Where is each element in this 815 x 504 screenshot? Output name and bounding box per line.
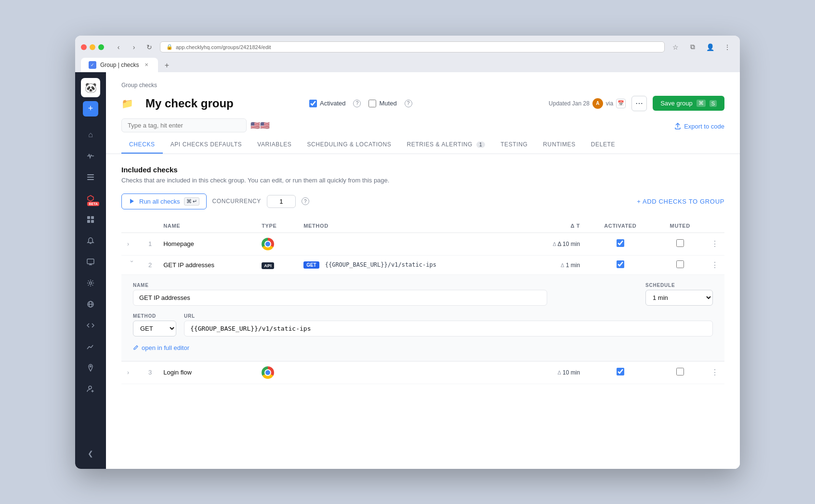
row-more-button[interactable]: ⋮ — [711, 261, 719, 269]
activated-checkbox[interactable] — [309, 100, 317, 107]
tab-testing[interactable]: TESTING — [493, 136, 535, 154]
tab-variables[interactable]: VARIABLES — [250, 136, 299, 154]
expanded-content: NAME SCHEDULE 1 min — [121, 275, 724, 361]
svg-rect-1 — [87, 177, 94, 178]
add-checks-button[interactable]: + ADD CHECKS TO GROUP — [637, 198, 724, 205]
svg-point-14 — [90, 365, 92, 367]
row-number: 1 — [148, 240, 152, 247]
flag-icons: 🇺🇸🇺🇸 — [250, 121, 270, 130]
row-expand-button[interactable]: › — [129, 260, 135, 270]
row-expand-button[interactable]: › — [127, 369, 129, 376]
row-expand-button[interactable]: › — [127, 241, 129, 247]
maximize-button[interactable] — [98, 44, 104, 50]
url-field-label: URL — [184, 313, 713, 319]
concurrency-input[interactable] — [267, 195, 296, 208]
sidebar-item-list[interactable] — [81, 168, 100, 187]
tag-input[interactable] — [121, 118, 247, 132]
sidebar-item-chart[interactable] — [81, 337, 100, 356]
sidebar-item-code[interactable] — [81, 316, 100, 335]
muted-check-checkbox[interactable] — [676, 239, 684, 247]
concurrency-info-icon[interactable]: ? — [302, 197, 309, 205]
tab-scheduling[interactable]: SCHEDULING & LOCATIONS — [299, 136, 399, 154]
tab-retries[interactable]: RETRIES & ALERTING 1 — [399, 136, 493, 154]
muted-check-checkbox[interactable] — [676, 260, 684, 268]
sidebar-item-user-add[interactable] — [81, 379, 100, 399]
close-button[interactable] — [81, 44, 87, 50]
section-title: Included checks — [121, 166, 724, 174]
sidebar-add-button[interactable]: + — [83, 101, 98, 116]
svg-point-10 — [90, 282, 92, 284]
sidebar-item-pulse[interactable] — [81, 146, 100, 166]
browser-type-icon — [262, 238, 274, 250]
open-full-editor-link[interactable]: open in full editor — [133, 344, 713, 351]
main-content: Group checks 📁 Activated ? Muted ? — [106, 72, 740, 469]
extensions-button[interactable]: ⧉ — [686, 40, 699, 54]
schedule-select[interactable]: 1 min — [645, 290, 713, 306]
check-name: Login flow — [163, 369, 192, 376]
nav-tabs: CHECKS API CHECKS DEFAULTS VARIABLES SCH… — [121, 136, 724, 154]
sidebar-item-bell[interactable] — [81, 231, 100, 250]
muted-check-checkbox[interactable] — [676, 368, 684, 375]
activated-label[interactable]: Activated — [309, 100, 345, 107]
address-bar[interactable]: 🔒 app.checklyhq.com/groups/2421824/edit — [160, 41, 665, 52]
muted-label[interactable]: Muted — [368, 100, 396, 107]
save-group-button[interactable]: Save group ⌘ S — [653, 96, 724, 111]
more-options-button[interactable]: ⋯ — [631, 96, 647, 111]
muted-checkbox[interactable] — [368, 100, 376, 107]
group-header: 📁 Activated ? Muted ? Updated Jan — [121, 94, 724, 113]
muted-info-icon[interactable]: ? — [405, 100, 412, 107]
minimize-button[interactable] — [90, 44, 95, 50]
new-tab-button[interactable]: + — [160, 59, 173, 72]
table-row: › 1 Homepage — [121, 233, 724, 255]
check-name-input[interactable] — [133, 290, 547, 306]
forward-button[interactable]: › — [127, 40, 141, 54]
updated-info: Updated Jan 28 A via 📅 — [549, 98, 626, 109]
sidebar-item-settings[interactable] — [81, 273, 100, 293]
activated-check-checkbox[interactable] — [617, 368, 624, 375]
sidebar-item-location[interactable] — [81, 358, 100, 377]
reload-button[interactable]: ↻ — [143, 40, 156, 54]
run-all-checks-button[interactable]: Run all checks ⌘ ↵ — [121, 194, 207, 209]
method-badge: GET — [303, 261, 319, 269]
tab-runtimes[interactable]: RUNTIMES — [535, 136, 583, 154]
updated-text: Updated Jan 28 — [549, 100, 590, 107]
row-more-button[interactable]: ⋮ — [711, 240, 719, 248]
tab-checks[interactable]: CHECKS — [121, 136, 163, 154]
tab-api-defaults[interactable]: API CHECKS DEFAULTS — [163, 136, 250, 154]
table-row: › 3 Login flow — [121, 361, 724, 384]
profile-button[interactable]: 👤 — [703, 40, 717, 54]
sidebar-item-beta[interactable]: BETA — [81, 189, 100, 208]
section-desc: Checks that are included in this check g… — [121, 177, 724, 184]
activated-check-checkbox[interactable] — [617, 260, 624, 268]
url-input[interactable] — [184, 321, 713, 336]
sidebar-collapse-button[interactable]: ❮ — [81, 444, 100, 463]
tab-close-button[interactable]: ✕ — [143, 61, 150, 69]
col-header-method: METHOD — [298, 219, 525, 233]
sidebar-item-table[interactable] — [81, 210, 100, 229]
row-more-button[interactable]: ⋮ — [711, 368, 719, 376]
page-header: Group checks 📁 Activated ? Muted ? — [106, 72, 740, 154]
group-name-input[interactable] — [141, 94, 302, 113]
back-button[interactable]: ‹ — [112, 40, 125, 54]
beta-badge: BETA — [87, 202, 99, 206]
svg-rect-3 — [87, 216, 90, 219]
content-area: Included checks Checks that are included… — [106, 154, 740, 469]
sidebar-item-home[interactable]: ⌂ — [81, 125, 100, 144]
method-select[interactable]: GET — [133, 321, 176, 336]
bookmark-button[interactable]: ☆ — [669, 40, 682, 54]
via-text: via — [606, 100, 613, 107]
sidebar-item-globe[interactable] — [81, 295, 100, 314]
menu-button[interactable]: ⋮ — [721, 40, 734, 54]
activated-check-checkbox[interactable] — [617, 239, 624, 247]
export-link-container: Export to code — [674, 121, 724, 130]
active-tab[interactable]: ✓ Group | checks ✕ — [81, 58, 158, 72]
tab-favicon: ✓ — [89, 61, 96, 69]
concurrency-label: CONCURRENCY — [212, 198, 261, 205]
tab-delete[interactable]: DELETE — [583, 136, 623, 154]
check-name: GET IP addresses — [163, 261, 214, 269]
col-header-activated: ACTIVATED — [586, 219, 655, 233]
export-to-code-link[interactable]: Export to code — [674, 123, 724, 130]
dt-value: Δ Δ 10 min — [552, 241, 580, 247]
activated-info-icon[interactable]: ? — [353, 100, 361, 107]
sidebar-item-monitor[interactable] — [81, 252, 100, 271]
